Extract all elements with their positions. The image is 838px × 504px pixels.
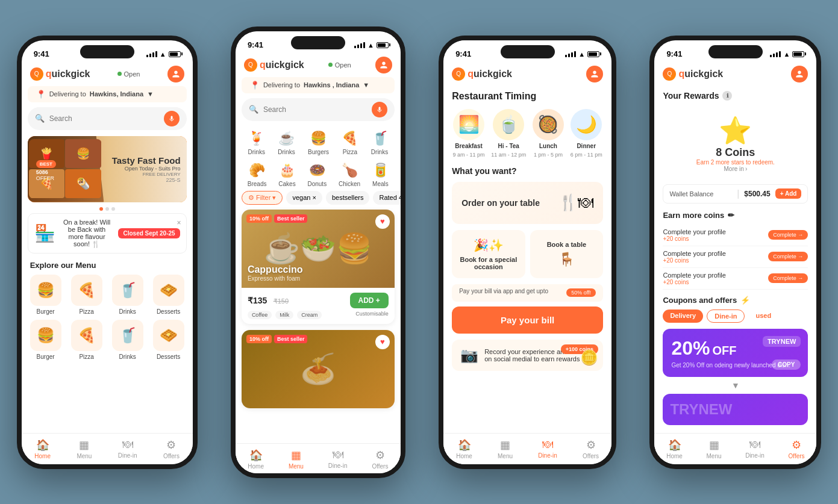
nav-dinein-4[interactable]: 🍽 Dine-in	[745, 438, 765, 459]
book-special-card[interactable]: 🎉✨ Book for a special occasion	[452, 230, 525, 278]
nav-offers-2[interactable]: ⚙ Offers	[372, 449, 388, 470]
close-icon-1[interactable]: ×	[177, 219, 181, 227]
book-table-card[interactable]: Book a table 🪑	[530, 230, 604, 278]
cat-breads-2[interactable]: 🥐 Breads	[248, 163, 267, 187]
cat-donuts-2[interactable]: 🍩 Donuts	[307, 163, 327, 187]
cat-chicken-2[interactable]: 🍗 Chicken	[339, 163, 360, 187]
drinks-icon-2: 🍹	[248, 131, 264, 146]
menu-item-burger-1b[interactable]: 🍔 Burger	[28, 320, 64, 360]
menu-item-pizza-1b[interactable]: 🍕 Pizza	[69, 320, 105, 360]
dynamic-island-3	[501, 45, 555, 58]
battery-1	[169, 51, 181, 57]
nav-menu-1[interactable]: ▦ Menu	[77, 438, 92, 459]
banner-title-1: Tasty Fast Food	[112, 155, 181, 166]
dinein-icon-3: 🍽	[542, 438, 553, 451]
filter-chip-rated[interactable]: Rated 4+ ×	[373, 191, 400, 205]
mic-button-1[interactable]	[164, 111, 180, 126]
cat-drinks-2[interactable]: 🍹 Drinks	[248, 131, 265, 155]
nav-offers-4[interactable]: ⚙ Offers	[789, 438, 805, 459]
user-avatar-3[interactable]	[586, 66, 603, 82]
cappuccino-customizable: Customisable	[355, 311, 389, 319]
complete-button-2[interactable]: Complete →	[768, 252, 808, 261]
coupon-expand[interactable]: ▼	[663, 377, 808, 394]
pay-info-bar: Pay your bill via app and get upto 50% o…	[452, 284, 603, 302]
more-link-4[interactable]: More in ›	[724, 166, 748, 172]
cappuccino-add-button[interactable]: ADD +	[350, 293, 389, 308]
promo-banner-1[interactable]: 🍟 🍔 🍕 🌯 BEST 5086 OFFER Tasty Fast Food …	[28, 136, 187, 202]
phone-4: 9:41 ▲ Q quickgick	[649, 36, 821, 469]
earn-item-3-text: Complete your profile	[663, 272, 726, 279]
nav-menu-2[interactable]: ▦ Menu	[289, 449, 304, 470]
coupon-card-trynew: 20% OFF TRYNEW Get 20% Off on odeing new…	[663, 329, 808, 377]
menu-item-drinks-1[interactable]: 🥤 Drinks	[110, 275, 146, 315]
nav-offers-3[interactable]: ⚙ Offers	[583, 438, 599, 459]
offers-icon-4: ⚙	[792, 438, 801, 452]
cat-burgers-2[interactable]: 🍔 Burgers	[308, 131, 329, 155]
nav-dinein-2[interactable]: 🍽 Dine-in	[328, 449, 348, 469]
cat-cakes-2[interactable]: 🎂 Cakes	[278, 163, 295, 187]
rewards-title-4: Your Rewards ℹ	[663, 91, 808, 101]
location-bar-1[interactable]: 📍 Delivering to Hawkins, Indiana ▼	[28, 86, 187, 102]
order-table-card[interactable]: Order on your table 🍴🍽	[452, 182, 603, 224]
tab-delivery[interactable]: Delivery	[663, 310, 703, 323]
tab-dine-in[interactable]: Dine-in	[707, 310, 745, 323]
pay-bill-button[interactable]: Pay your bill	[452, 306, 603, 334]
menu-item-desserts-1b[interactable]: 🧇 Desserts	[151, 320, 187, 360]
cat-meals-2[interactable]: 🥫 Meals	[372, 163, 389, 187]
cat-pizza-2[interactable]: 🍕 Pizza	[342, 131, 358, 155]
nav-offers-1[interactable]: ⚙ Offers	[163, 438, 180, 459]
menu-item-drinks-1b[interactable]: 🥤 Drinks	[110, 320, 146, 360]
menu-item-burger-1[interactable]: 🍔 Burger	[28, 275, 64, 315]
filter-chip-vegan[interactable]: vegan ×	[286, 191, 322, 205]
nav-dinein-1[interactable]: 🍽 Dine-in	[118, 438, 137, 459]
dynamic-island-4	[708, 45, 763, 58]
nav-menu-3[interactable]: ▦ Menu	[498, 438, 513, 459]
nav-home-1[interactable]: 🏠 Home	[34, 438, 51, 459]
search-icon-1: 🔍	[35, 114, 45, 123]
lunch-time: 1 pm - 5 pm	[534, 152, 563, 158]
chicken-icon-2: 🍗	[342, 163, 358, 178]
banner-code-1: 225-S	[112, 177, 181, 183]
nav-home-4[interactable]: 🏠 Home	[666, 438, 683, 459]
nav-home-3[interactable]: 🏠 Home	[456, 438, 472, 459]
complete-button-1[interactable]: Complete →	[768, 230, 808, 240]
info-icon-4[interactable]: ℹ	[722, 91, 732, 101]
nav-menu-4[interactable]: ▦ Menu	[707, 438, 722, 459]
wallet-amount-4: $500.45	[744, 190, 770, 198]
nav-dinein-3[interactable]: 🍽 Dine-in	[538, 438, 557, 459]
camera-icon-3: 📷	[460, 347, 478, 364]
location-bar-2[interactable]: 📍 Delivering to Hawkins , Indiana ▼	[242, 77, 395, 93]
lightning-icon-4: ⚡	[740, 296, 750, 305]
dynamic-island-1	[80, 45, 134, 58]
earn-section-4: Earn more coins ✏ Complete your profile …	[654, 211, 816, 296]
tab-used[interactable]: used	[748, 310, 778, 323]
time-4: 9:41	[666, 49, 682, 58]
filter-chip-bestsellers[interactable]: bestsellers	[326, 191, 370, 205]
coupon-copy-button[interactable]: COPY	[772, 359, 801, 370]
mic-button-2[interactable]	[372, 102, 387, 117]
menu-item-pizza-1[interactable]: 🍕 Pizza	[69, 275, 105, 315]
wallet-add-button[interactable]: + Add	[775, 188, 802, 199]
user-avatar-4[interactable]	[791, 66, 808, 82]
complete-button-3[interactable]: Complete →	[768, 273, 808, 283]
timing-lunch: 🥘 Lunch 1 pm - 5 pm	[533, 109, 564, 158]
user-avatar-2[interactable]	[375, 57, 392, 73]
nav-home-2[interactable]: 🏠 Home	[248, 449, 264, 470]
pizza-label-1: Pizza	[79, 308, 93, 315]
menu-item-desserts-1[interactable]: 🧇 Desserts	[151, 275, 187, 315]
cappuccino-img: 10% off Best seller ♥ ☕🥗🍔 Cappuccino Exp…	[242, 210, 395, 288]
dinein-icon-4: 🍽	[749, 438, 760, 451]
filter-chip-filter[interactable]: ⚙ Filter ▾	[242, 191, 283, 205]
nav-offers-label-3: Offers	[583, 453, 599, 459]
cat-coffee-2[interactable]: ☕ Drinks	[278, 131, 295, 155]
search-input-1[interactable]	[49, 114, 159, 123]
user-avatar-1[interactable]	[167, 66, 184, 82]
cappuccino-price: ₹135	[248, 296, 267, 305]
closed-badge-1: Closed Sept 20-25	[118, 228, 180, 238]
cat-drinks2-2[interactable]: 🥤 Drinks	[371, 131, 388, 155]
search-input-2[interactable]	[263, 105, 367, 114]
cakes-icon-2: 🎂	[279, 163, 295, 178]
record-card-3: 📷 Record your experience and share it on…	[452, 340, 603, 371]
battery-2	[377, 42, 389, 48]
status-icons-1: ▲	[146, 51, 181, 58]
